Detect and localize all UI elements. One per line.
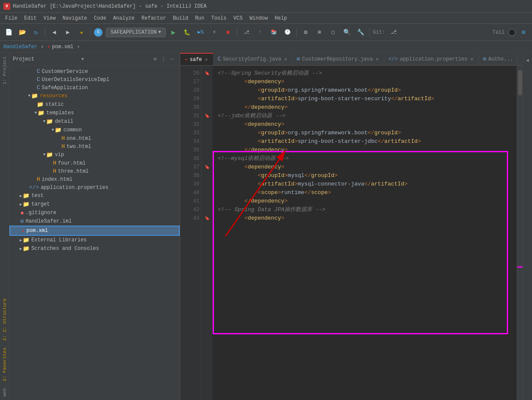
tab-autho[interactable]: ⊞ Autho...: [479, 53, 518, 65]
tree-item-detail[interactable]: ▼ 📁 detail: [9, 117, 180, 126]
stop-button[interactable]: ■: [222, 26, 234, 38]
menu-edit[interactable]: Edit: [21, 14, 40, 22]
tab-close-button[interactable]: ✕: [470, 56, 474, 62]
search-button[interactable]: 🔍: [341, 26, 353, 38]
run-button[interactable]: ▶: [167, 26, 179, 38]
open-button[interactable]: 📂: [16, 26, 28, 38]
tree-item-three-html[interactable]: H three.html: [9, 167, 180, 175]
tree-item-application-properties[interactable]: </> application.properties: [9, 183, 180, 191]
breadcrumb-project[interactable]: HandleSafer: [3, 44, 37, 50]
bookmark-button[interactable]: ★: [76, 26, 88, 38]
menu-analyze[interactable]: Analyze: [110, 14, 138, 22]
menu-run[interactable]: Run: [192, 14, 208, 22]
new-file-button[interactable]: 📄: [3, 26, 15, 38]
web-panel-tab[interactable]: Web: [1, 385, 8, 400]
tab-close-button[interactable]: ✕: [204, 57, 209, 62]
expand-icon: ▼: [28, 94, 30, 98]
tree-item-one-html[interactable]: H one.html: [9, 134, 180, 142]
gutter-icon-43: 🔖: [204, 214, 210, 223]
tree-item-target[interactable]: ▶ 📁 target: [9, 200, 180, 209]
tree-item-safe-application[interactable]: C SafeApplication: [9, 84, 180, 92]
code-line-30: </dependency>: [218, 103, 512, 112]
tab-safe[interactable]: ✦ safe ✕: [180, 53, 213, 65]
git-fetch-button[interactable]: ⎇: [388, 26, 400, 38]
back-button[interactable]: ◀: [48, 26, 60, 38]
sidebar-collapse-button[interactable]: —: [168, 55, 176, 64]
tree-item-gitignore[interactable]: ◆ .gitignore: [9, 209, 180, 217]
right-panel: ▶: [523, 53, 532, 400]
tab-application-properties[interactable]: </> application.properties ✕: [384, 53, 479, 65]
git-push-button[interactable]: ↑: [254, 26, 266, 38]
code-area[interactable]: <!--Spring Security依赖启动器 --> <dependency…: [213, 66, 517, 400]
tree-item-resources[interactable]: ▼ 📁 resources: [9, 92, 180, 100]
menu-window[interactable]: Window: [246, 14, 271, 22]
tree-item-templates[interactable]: ▼ 📁 templates: [9, 109, 180, 117]
sidebar-dropdown-arrow[interactable]: ▼: [81, 57, 84, 62]
item-label: application.properties: [41, 185, 108, 191]
git-pull-button[interactable]: 📚: [268, 26, 280, 38]
code-line-34: <artifactId>spring-boot-starter-jdbc</ar…: [218, 137, 512, 146]
sidebar-gear-button[interactable]: ⚙: [151, 55, 159, 64]
bracket: </: [304, 172, 311, 179]
breadcrumb-xml-icon: ✦: [47, 43, 50, 50]
tree-item-user-details-service[interactable]: C UserDetailsServiceImpl: [9, 75, 180, 84]
tree-item-external-libraries[interactable]: ▶ 📁 External Libraries: [9, 236, 180, 244]
code-line-28: <groupId>org.springframework.boot</group…: [218, 86, 512, 95]
tree-item-two-html[interactable]: H two.html: [9, 142, 180, 151]
tab-customer-repo[interactable]: ⊞ CustomerRepository.java ✕: [292, 53, 384, 65]
presentation-button[interactable]: ⊞: [517, 26, 529, 38]
menu-vcs[interactable]: VCS: [230, 14, 246, 22]
menu-file[interactable]: File: [2, 14, 21, 22]
plugins-button[interactable]: ⊞: [313, 26, 325, 38]
structure-panel-tab[interactable]: 2: Z: Structure: [1, 295, 8, 344]
tree-item-common[interactable]: ▼ 📁 common: [9, 126, 180, 134]
run-with-coverage-button[interactable]: ▶%: [195, 26, 207, 38]
sidebar-dots-button[interactable]: ⋮: [159, 55, 168, 64]
tree-item-handleSafer-iml[interactable]: ⊞ HandleSafer.iml: [9, 217, 180, 226]
right-panel-label[interactable]: ▶: [524, 55, 531, 67]
run-config-selector[interactable]: SAFEAPPLICATION ▼: [106, 28, 166, 37]
text: mysql-connector-java: [298, 181, 364, 187]
tree-item-pom-xml[interactable]: ✦ pom.xml: [9, 226, 180, 236]
debug-button[interactable]: 🐛: [181, 26, 193, 38]
tree-item-four-html[interactable]: H four.html: [9, 159, 180, 167]
vertical-scrollbar[interactable]: [517, 66, 523, 400]
menu-view[interactable]: View: [40, 14, 59, 22]
tree-item-vip[interactable]: ▼ 📁 vip: [9, 151, 180, 159]
expand-icon: ▼: [35, 111, 37, 115]
tab-close-button[interactable]: ✕: [284, 56, 288, 62]
tree-item-index-html[interactable]: H index.html: [9, 175, 180, 183]
bracket: >: [284, 198, 288, 204]
menu-refactor[interactable]: Refactor: [138, 14, 170, 22]
settings-button[interactable]: ⚙: [300, 26, 312, 38]
item-label: resources: [40, 93, 67, 99]
menu-build[interactable]: Build: [170, 14, 192, 22]
tree-item-scratches[interactable]: ▶ 📁 Scratches and Consoles: [9, 244, 180, 253]
tree-item-customer-service[interactable]: C CustomerService: [9, 67, 180, 75]
class-icon: C: [37, 76, 40, 83]
profile-button[interactable]: ⚡: [208, 26, 220, 38]
git-branch-button[interactable]: ⎇: [240, 26, 252, 38]
project-panel-tab[interactable]: 1: Project: [1, 53, 8, 88]
breadcrumb-file1[interactable]: pom.xml: [52, 44, 73, 50]
menu-navigate[interactable]: Navigate: [59, 14, 91, 22]
scrollbar-thumb[interactable]: [518, 70, 522, 96]
terminal-button[interactable]: ▢: [327, 26, 339, 38]
gutter-icon-27: 🔖: [204, 69, 210, 78]
sync-button[interactable]: ↻: [30, 26, 42, 38]
bracket: </: [244, 147, 251, 153]
tab-security-config[interactable]: C SecurityConfig.java ✕: [213, 53, 293, 65]
tab-close-button[interactable]: ✕: [375, 56, 380, 62]
menu-help[interactable]: Help: [271, 14, 290, 22]
toolbar: 📄 📂 ↻ ◀ ▶ ★ S SAFEAPPLICATION ▼ ▶ 🐛 ▶% ⚡…: [0, 24, 532, 41]
git-history-button[interactable]: 🕐: [281, 26, 293, 38]
tree-item-static[interactable]: 📁 static: [9, 100, 180, 109]
record-button[interactable]: [508, 29, 516, 36]
tree-item-test[interactable]: ▶ 📁 test: [9, 191, 180, 200]
tab-repo-icon: ⊞: [297, 56, 300, 62]
favorites-panel-tab[interactable]: 2: Favorites: [1, 344, 8, 385]
forward-button[interactable]: ▶: [62, 26, 74, 38]
git-vcs-button[interactable]: 🔧: [354, 26, 366, 38]
menu-tools[interactable]: Tools: [208, 14, 230, 22]
menu-code[interactable]: Code: [91, 14, 110, 22]
